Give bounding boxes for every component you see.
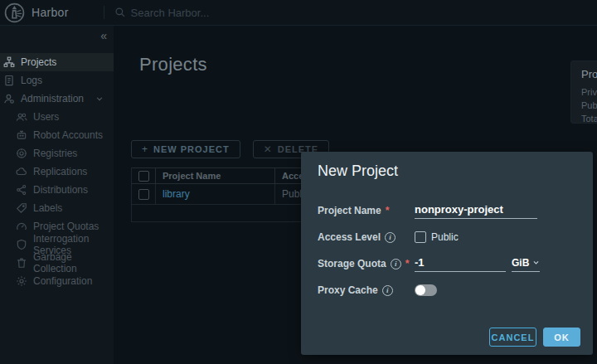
search-input[interactable] (131, 7, 272, 19)
sidebar-item-label: Labels (33, 202, 62, 214)
sidebar-item-distributions[interactable]: Distributions (0, 181, 114, 199)
access-level-label: Access Level i (318, 231, 415, 243)
sidebar-collapse-icon[interactable]: « (100, 30, 107, 41)
public-checkbox[interactable] (415, 231, 426, 243)
sidebar-item-label: Users (33, 111, 59, 123)
sidebar-item-registries[interactable]: Registries (0, 144, 114, 163)
required-asterisk: * (386, 205, 390, 216)
chevron-down-icon[interactable] (95, 95, 104, 103)
storage-unit-value: GiB (512, 257, 529, 269)
sidebar-item-label: Administration (21, 93, 84, 104)
replications-icon (16, 166, 27, 177)
sidebar-item-label: Replications (33, 166, 87, 177)
plus-icon: + (142, 143, 148, 155)
close-icon: ✕ (264, 143, 273, 155)
new-project-button[interactable]: + NEW PROJECT (131, 140, 240, 158)
registries-icon (16, 148, 27, 159)
project-name-label: Project Name * (318, 205, 415, 216)
modal-title: New Project (318, 163, 398, 180)
project-statistics-card: Projects Private Public Total (570, 61, 597, 124)
column-header-project-name: Project Name (155, 168, 274, 183)
global-search (114, 7, 272, 19)
required-asterisk: * (405, 258, 410, 269)
harbor-logo-icon (4, 2, 25, 23)
sidebar-item-administration[interactable]: Administration (0, 90, 114, 108)
interrogation-services-icon (16, 239, 27, 250)
statistics-public-label: Public (581, 99, 597, 112)
storage-quota-input[interactable] (415, 255, 506, 272)
sidebar-item-label: Logs (21, 75, 42, 86)
info-icon[interactable]: i (391, 259, 401, 269)
sidebar-item-label: Configuration (33, 275, 92, 287)
statistics-private-label: Private (581, 85, 597, 99)
project-name-row: Project Name * (318, 201, 580, 220)
proxy-cache-toggle[interactable] (415, 284, 437, 296)
sidebar-item-projects[interactable]: Projects (0, 53, 114, 71)
project-link[interactable]: library (163, 188, 190, 200)
brand-name: Harbor (32, 6, 69, 19)
project-action-bar: + NEW PROJECT ✕ DELETE (131, 140, 329, 158)
users-icon (16, 111, 27, 123)
configuration-icon (16, 275, 27, 287)
sidebar-item-labels[interactable]: Labels (0, 199, 114, 217)
garbage-collection-icon (16, 257, 27, 269)
projects-icon (3, 56, 15, 68)
sidebar-item-configuration[interactable]: Configuration (0, 272, 114, 290)
ok-button[interactable]: OK (543, 328, 580, 347)
header-divider (104, 6, 104, 19)
info-icon[interactable]: i (385, 232, 396, 243)
toggle-knob (415, 285, 425, 295)
project-quotas-icon (16, 221, 27, 232)
sidebar-item-label: Robot Accounts (33, 129, 103, 141)
sidebar-nav: « Projects Logs (0, 26, 114, 364)
proxy-cache-row: Proxy Cache i (318, 281, 580, 299)
cancel-button[interactable]: CANCEL (489, 328, 536, 347)
sidebar-item-label: Registries (33, 148, 77, 159)
public-checkbox-label: Public (431, 231, 459, 243)
sidebar-item-robot-accounts[interactable]: Robot Accounts (0, 126, 114, 144)
proxy-cache-label: Proxy Cache i (318, 284, 415, 296)
modal-buttons: CANCEL OK (489, 328, 580, 347)
administration-icon (3, 93, 15, 104)
new-project-modal: New Project Project Name * Access Level … (301, 152, 593, 355)
statistics-total-label: Total (581, 112, 597, 125)
page-title: Projects (139, 54, 207, 75)
sidebar-item-label: Garbage Collection (33, 251, 114, 274)
sidebar-item-label: Distributions (33, 184, 88, 196)
select-all-checkbox[interactable] (138, 171, 149, 182)
sidebar-item-logs[interactable]: Logs (0, 71, 114, 90)
distributions-icon (16, 184, 27, 196)
robot-accounts-icon (16, 129, 27, 141)
harbor-brand[interactable]: Harbor (0, 2, 69, 23)
storage-unit-select[interactable]: GiB (512, 255, 540, 272)
search-icon (114, 7, 126, 18)
app-header: Harbor (0, 0, 597, 26)
logs-icon (3, 75, 15, 86)
chevron-down-icon (532, 259, 540, 266)
access-level-row: Access Level i Public (318, 228, 580, 246)
sidebar-item-label: Project Quotas (33, 221, 99, 232)
storage-quota-label: Storage Quota i * (318, 258, 415, 269)
statistics-card-title: Projects (581, 68, 597, 80)
sidebar-item-label: Projects (21, 56, 56, 68)
row-checkbox[interactable] (138, 189, 149, 200)
labels-icon (16, 202, 27, 214)
sidebar-item-garbage-collection[interactable]: Garbage Collection (0, 254, 114, 272)
project-name-input[interactable] (415, 202, 537, 219)
sidebar-item-users[interactable]: Users (0, 108, 114, 126)
storage-quota-row: Storage Quota i * GiB (318, 255, 580, 273)
info-icon[interactable]: i (382, 285, 393, 296)
sidebar-item-replications[interactable]: Replications (0, 163, 114, 181)
